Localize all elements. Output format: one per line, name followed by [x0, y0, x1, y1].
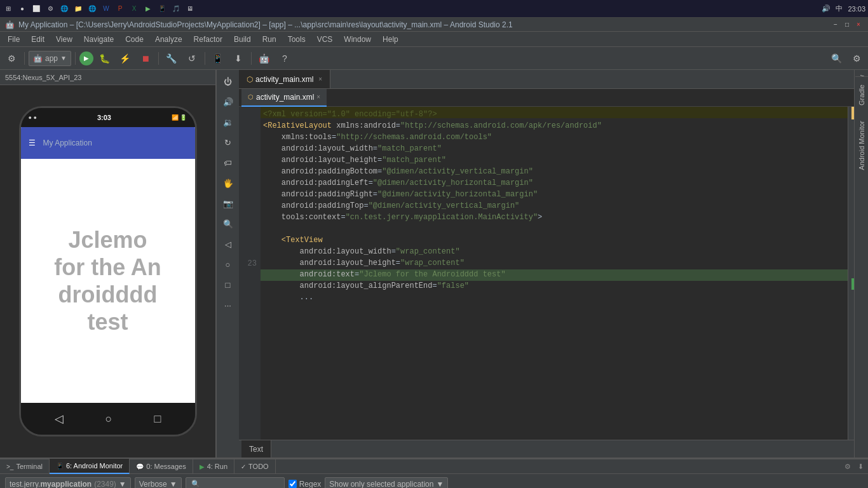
- menu-edit[interactable]: Edit: [26, 34, 50, 45]
- taskbar-lang: 中: [836, 4, 843, 13]
- run-label: 4: Run: [207, 463, 227, 470]
- app-filter-app-name: test.jerry.myapplication: [10, 480, 92, 489]
- volume-up-button[interactable]: 🔊: [219, 93, 237, 111]
- code-content[interactable]: <?xml version="1.0" encoding="utf-8"?> <…: [261, 107, 848, 440]
- help-toolbar-button[interactable]: ?: [276, 50, 294, 67]
- search-icon[interactable]: ●: [17, 3, 28, 15]
- more-button[interactable]: ···: [219, 296, 237, 314]
- menu-code[interactable]: Code: [120, 34, 149, 45]
- powerpoint-icon[interactable]: P: [114, 3, 126, 15]
- messages-tab[interactable]: 💬 0: Messages: [130, 459, 193, 474]
- phone-home-button[interactable]: ○: [105, 412, 112, 426]
- gutter-line: [239, 212, 257, 224]
- task-view-icon[interactable]: ⬜: [31, 3, 42, 15]
- app-icon-small: 🤖: [33, 54, 43, 63]
- text-tab[interactable]: Text: [241, 440, 271, 458]
- settings-toolbar-button[interactable]: ⚙: [848, 50, 865, 67]
- folder-icon[interactable]: 📁: [72, 3, 84, 15]
- studio-icon[interactable]: ▶: [142, 3, 154, 15]
- word-icon[interactable]: W: [100, 3, 112, 15]
- rotate-button[interactable]: ↻: [219, 133, 237, 151]
- android-monitor-tab[interactable]: 📱 6: Android Monitor: [50, 459, 130, 474]
- zoom-in-button[interactable]: 🔍: [219, 215, 237, 233]
- code-line-10: tools:context="cn.test.jerry.myapplicati…: [261, 212, 848, 224]
- android-monitor-panel-label[interactable]: Android Monitor: [855, 113, 868, 178]
- bottom-tabs-bar: >_ Terminal 📱 6: Android Monitor 💬 0: Me…: [0, 459, 868, 474]
- logcat-search-input[interactable]: [203, 480, 279, 489]
- sync-button[interactable]: 🔧: [163, 50, 180, 67]
- regex-checkbox[interactable]: [288, 480, 297, 488]
- gutter-line: [239, 155, 257, 166]
- ie-icon[interactable]: 🌐: [58, 3, 70, 15]
- menu-analyze[interactable]: Analyze: [150, 34, 187, 45]
- avd-button[interactable]: 📱: [209, 50, 227, 67]
- tag-button[interactable]: 🏷: [219, 154, 237, 172]
- volume-down-button[interactable]: 🔉: [219, 113, 237, 131]
- menu-window[interactable]: Window: [339, 34, 376, 45]
- refresh-button[interactable]: ↺: [183, 50, 201, 67]
- second-tab-close[interactable]: ×: [316, 93, 320, 100]
- settings-bottom-button[interactable]: ⚙: [843, 461, 853, 471]
- gradle-panel-label[interactable]: Gradle: [855, 76, 868, 113]
- menu-tools[interactable]: Tools: [283, 34, 311, 45]
- menu-help[interactable]: Help: [377, 34, 403, 45]
- start-icon[interactable]: ⊞: [3, 3, 14, 15]
- circle-button[interactable]: ○: [219, 255, 237, 273]
- android-icon[interactable]: 📱: [156, 3, 168, 15]
- verbose-dropdown[interactable]: Verbose ▼: [135, 477, 182, 489]
- excel-icon[interactable]: X: [128, 3, 140, 15]
- menu-run[interactable]: Run: [257, 34, 281, 45]
- taskbar-volume-icon[interactable]: 🔊: [822, 4, 831, 13]
- code-line-13: android:layout_width="wrap_content": [261, 247, 848, 258]
- settings-taskbar-icon[interactable]: ⚙: [44, 3, 56, 15]
- edge-icon[interactable]: 🌐: [86, 3, 98, 15]
- taskbar: ⊞ ● ⬜ ⚙ 🌐 📁 🌐 W P X ▶ 📱 🎵 🖥 🔊 中 23:03: [0, 0, 868, 18]
- music-icon[interactable]: 🎵: [170, 3, 182, 15]
- menu-refactor[interactable]: Refactor: [189, 34, 227, 45]
- menu-file[interactable]: File: [3, 34, 25, 45]
- tab-close-button-1[interactable]: ×: [318, 76, 322, 83]
- app-selector-dropdown[interactable]: 🤖 app ▼: [29, 51, 71, 66]
- maximize-button[interactable]: □: [843, 20, 851, 29]
- gutter-line: [239, 224, 257, 235]
- fingerprint-button[interactable]: 🖐: [219, 174, 237, 192]
- run-button[interactable]: ▶: [79, 51, 93, 65]
- terminal-tab[interactable]: >_ Terminal: [0, 459, 50, 474]
- stop-button[interactable]: ⏹: [137, 50, 154, 67]
- second-tab-activity-xml[interactable]: ⬡ activity_main.xml ×: [241, 89, 327, 107]
- power-button[interactable]: ⏻: [219, 72, 237, 90]
- phone-recent-button[interactable]: □: [154, 412, 161, 426]
- app-filter-arrow: ▼: [119, 480, 126, 489]
- xml-file-icon: ⬡: [247, 75, 253, 84]
- menu-view[interactable]: View: [51, 34, 78, 45]
- debug-button[interactable]: 🐛: [96, 50, 114, 67]
- back-nav-button[interactable]: ◁: [219, 235, 237, 253]
- android-button[interactable]: 🤖: [255, 50, 273, 67]
- show-only-selected-button[interactable]: Show only selected application ▼: [325, 477, 448, 489]
- monitor-icon[interactable]: 🖥: [184, 3, 196, 15]
- regex-label[interactable]: Regex: [299, 480, 322, 489]
- camera-button[interactable]: 📷: [219, 194, 237, 212]
- menu-navigate[interactable]: Navigate: [79, 34, 119, 45]
- taskbar-right: 🔊 中 23:03: [822, 4, 865, 13]
- tab-activity-main-xml[interactable]: ⬡ activity_main.xml ×: [239, 70, 330, 89]
- phone-back-button[interactable]: ◁: [55, 412, 64, 426]
- menu-build[interactable]: Build: [229, 34, 256, 45]
- download-bottom-button[interactable]: ⬇: [855, 461, 865, 471]
- attach-button[interactable]: ⚡: [116, 50, 134, 67]
- phone-status-bar: ● ● 3:03 📶 🔋: [21, 108, 195, 127]
- app-filter-dropdown[interactable]: test.jerry.myapplication (2349) ▼: [5, 477, 131, 489]
- todo-icon: ✓: [241, 463, 246, 470]
- titlebar-text: My Application – [C:\Users\Jerry\Android…: [18, 20, 831, 29]
- todo-tab[interactable]: ✓ TODO: [234, 459, 276, 474]
- sdk-button[interactable]: ⬇: [229, 50, 247, 67]
- toolbar-icon-1[interactable]: ⚙: [3, 50, 20, 67]
- square-button[interactable]: □: [219, 276, 237, 294]
- phone-content: Jclemofor the Androiddddtest: [21, 159, 195, 403]
- run-tab[interactable]: ▶ 4: Run: [193, 459, 234, 474]
- minimize-button[interactable]: −: [831, 20, 840, 29]
- search-toolbar-button[interactable]: 🔍: [827, 50, 845, 67]
- menu-vcs[interactable]: VCS: [312, 34, 338, 45]
- gutter-line: [239, 189, 257, 201]
- close-button[interactable]: ×: [854, 20, 863, 29]
